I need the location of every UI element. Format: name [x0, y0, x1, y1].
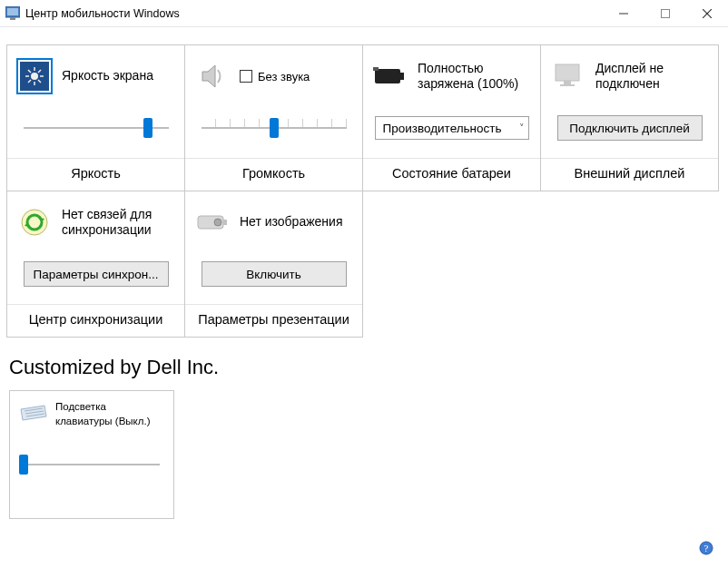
svg-point-7	[31, 73, 38, 80]
brightness-slider[interactable]	[24, 117, 169, 139]
svg-line-5	[703, 9, 712, 18]
svg-marker-16	[202, 65, 215, 87]
mute-checkbox-row[interactable]: Без звука	[240, 70, 310, 83]
monitor-icon	[550, 58, 586, 94]
power-plan-select[interactable]: Производительность ˅	[375, 116, 529, 140]
svg-line-12	[28, 70, 31, 73]
minimize-button[interactable]	[603, 0, 644, 27]
mute-label: Без звука	[258, 70, 310, 83]
mute-checkbox[interactable]	[240, 70, 252, 83]
svg-rect-2	[10, 17, 15, 20]
svg-rect-21	[564, 81, 571, 84]
svg-rect-28	[223, 220, 227, 225]
svg-rect-1	[7, 8, 18, 15]
titlebar: Центр мобильности Windows	[0, 0, 728, 27]
power-plan-value: Производительность	[383, 122, 502, 135]
close-button[interactable]	[686, 0, 728, 27]
sync-status-label: Нет связей для синхронизации	[62, 207, 175, 239]
svg-rect-22	[560, 84, 575, 86]
display-status-label: Дисплей не подключен	[595, 61, 709, 93]
battery-status-label: Полностью заряжена (100%)	[418, 61, 531, 93]
svg-rect-4	[662, 9, 670, 17]
svg-line-14	[38, 70, 41, 73]
volume-tile: Без звука Громкость	[184, 44, 363, 191]
tiles-grid: Яркость экрана Яркость Без звука	[7, 45, 728, 338]
sync-tile: Нет связей для синхронизации Параметры с…	[6, 191, 185, 338]
keyboard-backlight-slider[interactable]	[19, 454, 160, 475]
presentation-section-label: Параметры презентации	[185, 304, 362, 334]
presentation-tile: Нет изображения Включить Параметры презе…	[184, 191, 363, 338]
maximize-button[interactable]	[644, 0, 686, 27]
svg-line-13	[38, 80, 41, 83]
brightness-tile: Яркость экрана Яркость	[6, 44, 185, 191]
sync-icon	[16, 204, 53, 240]
window-title: Центр мобильности Windows	[25, 7, 180, 20]
customized-by-heading: Customized by Dell Inc.	[9, 356, 728, 379]
volume-section-label: Громкость	[185, 158, 362, 188]
presentation-status-label: Нет изображения	[240, 214, 342, 230]
svg-point-23	[22, 210, 47, 235]
sync-settings-button[interactable]: Параметры синхрон...	[24, 261, 169, 287]
brightness-section-label: Яркость	[7, 158, 184, 188]
sync-section-label: Центр синхронизации	[7, 304, 184, 334]
keyboard-backlight-label: Подсветка клавиатуры (Выкл.)	[55, 400, 164, 428]
battery-section-label: Состояние батареи	[363, 158, 540, 188]
svg-rect-20	[556, 64, 579, 81]
sync-settings-button-label: Параметры синхрон...	[34, 268, 159, 281]
presentation-enable-button-label: Включить	[246, 268, 301, 281]
connect-display-button[interactable]: Подключить дисплей	[557, 115, 703, 141]
keyboard-icon	[19, 400, 48, 428]
projector-icon	[194, 204, 231, 240]
svg-line-15	[28, 80, 31, 83]
svg-line-6	[703, 9, 712, 18]
svg-text:?: ?	[704, 543, 709, 553]
brightness-icon	[16, 58, 53, 94]
svg-rect-19	[373, 67, 379, 71]
keyboard-backlight-tile: Подсветка клавиатуры (Выкл.)	[9, 390, 174, 519]
display-tile: Дисплей не подключен Подключить дисплей …	[540, 44, 719, 191]
help-icon[interactable]: ?	[699, 541, 713, 555]
chevron-down-icon: ˅	[519, 122, 525, 134]
svg-rect-17	[375, 69, 400, 83]
battery-icon	[372, 58, 408, 94]
battery-tile: Полностью заряжена (100%) Производительн…	[362, 44, 541, 191]
connect-display-button-label: Подключить дисплей	[569, 122, 690, 135]
app-icon	[5, 6, 20, 21]
volume-slider[interactable]	[202, 117, 347, 139]
brightness-label: Яркость экрана	[62, 68, 153, 84]
speaker-icon	[194, 58, 231, 94]
svg-rect-18	[400, 73, 404, 80]
display-section-label: Внешний дисплей	[541, 158, 718, 188]
svg-point-27	[214, 219, 221, 226]
presentation-enable-button[interactable]: Включить	[202, 261, 347, 287]
